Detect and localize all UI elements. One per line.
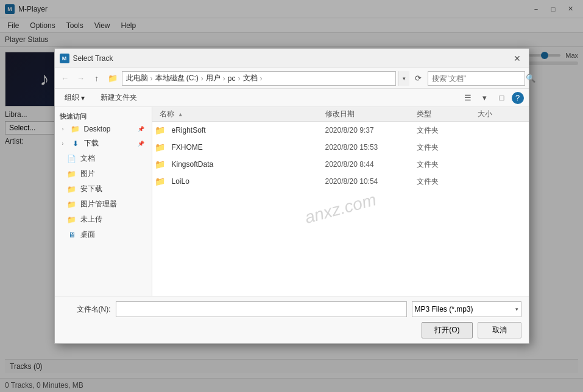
path-dropdown-button[interactable]: ▾ <box>398 71 409 86</box>
file-item-2[interactable]: 📁 KingsoftData 2020/8/20 8:44 文件夹 <box>152 156 529 173</box>
toolbar-right: ☰ ▾ □ ? <box>461 91 524 105</box>
path-segment: 此电脑 › 本地磁盘 (C:) › 用户 › pc › 文档 › <box>126 73 264 83</box>
notup-icon: 📁 <box>67 215 77 224</box>
filename-label: 文件名(N): <box>62 304 111 315</box>
search-button[interactable]: 🔍 <box>526 74 535 83</box>
filename-row: 文件名(N): MP3 Files (*.mp3) ▾ <box>62 301 521 317</box>
file-type-1: 文件夹 <box>417 142 478 153</box>
sidebar-section-label: 快速访问 <box>60 112 87 121</box>
col-date-header[interactable]: 修改日期 <box>325 109 417 119</box>
view-preview-button[interactable]: □ <box>495 91 509 105</box>
sidebar-item-images[interactable]: 📁 图片 <box>55 166 152 181</box>
images-icon: 📁 <box>67 170 77 178</box>
folder-icon-2: 📁 <box>155 159 167 169</box>
file-name-3: LoiLo <box>167 177 325 186</box>
open-button[interactable]: 打开(O) <box>422 322 472 338</box>
sidebar-item-desktop2[interactable]: 🖥 桌面 <box>55 227 152 242</box>
sidebar-item-desktop[interactable]: › 📁 Desktop 📌 <box>55 122 152 136</box>
col-name-header[interactable]: 名称 ▲ <box>155 109 325 119</box>
col-name-label: 名称 <box>160 110 174 118</box>
sidebar-label-desktop2: 桌面 <box>80 229 95 240</box>
file-list-header: 名称 ▲ 修改日期 类型 大小 <box>152 107 529 122</box>
sidebar-item-andown[interactable]: 📁 安下载 <box>55 181 152 197</box>
new-folder-button[interactable]: 新建文件夹 <box>94 91 143 104</box>
file-date-3: 2020/8/20 10:54 <box>325 177 417 186</box>
main-window: M M-Player − □ ✕ File Options Tools View… <box>0 0 583 392</box>
sidebar-item-docs[interactable]: 📄 文档 <box>55 151 152 166</box>
dialog-title: Select Track <box>73 54 113 63</box>
folder-icon-3: 📁 <box>155 177 167 186</box>
nav-folder-button[interactable]: 📁 <box>106 72 119 85</box>
desktop-pin-icon: 📌 <box>138 126 144 132</box>
dialog-sidebar: 快速访问 › 📁 Desktop 📌 › ⬇ 下载 📌 <box>55 107 152 296</box>
file-dialog: M Select Track ✕ ← → ↑ 📁 此电脑 › 本地磁盘 (C:)… <box>54 48 529 344</box>
organize-button[interactable]: 组织 ▾ <box>60 91 90 104</box>
sidebar-label-picmgr: 图片管理器 <box>80 199 117 209</box>
refresh-button[interactable]: ⟳ <box>412 72 425 85</box>
path-pc[interactable]: 此电脑 <box>126 73 148 83</box>
folder-icon-1: 📁 <box>155 142 167 152</box>
desktop-icon: 📁 <box>71 125 80 133</box>
dialog-bottom: 文件名(N): MP3 Files (*.mp3) ▾ 打开(O) 取消 <box>55 296 529 343</box>
dialog-close-button[interactable]: ✕ <box>511 52 524 65</box>
toolbar-left: 组织 ▾ 新建文件夹 <box>60 91 143 104</box>
file-date-0: 2020/8/20 9:37 <box>325 126 417 135</box>
docs-icon: 📄 <box>67 155 77 163</box>
file-name-0: eRightSoft <box>167 126 325 135</box>
sidebar-label-desktop: Desktop <box>84 125 111 133</box>
path-docs[interactable]: 文档 <box>243 73 258 83</box>
sidebar-quick-access-header: 快速访问 <box>55 110 152 122</box>
file-name-1: FXHOME <box>167 143 325 152</box>
path-username[interactable]: pc <box>228 74 236 83</box>
file-type-3: 文件夹 <box>417 177 478 187</box>
filetype-select[interactable]: MP3 Files (*.mp3) ▾ <box>412 301 521 317</box>
file-item-0[interactable]: 📁 eRightSoft 2020/8/20 9:37 文件夹 <box>152 122 529 139</box>
nav-back-button[interactable]: ← <box>58 72 72 85</box>
file-type-2: 文件夹 <box>417 159 478 170</box>
organize-label: 组织 <box>65 93 79 103</box>
sidebar-item-picmgr[interactable]: 📁 图片管理器 <box>55 197 152 212</box>
folder-icon-0: 📁 <box>155 125 167 135</box>
file-item-3[interactable]: 📁 LoiLo 2020/8/20 10:54 文件夹 <box>152 173 529 190</box>
file-type-0: 文件夹 <box>417 125 478 136</box>
file-date-2: 2020/8/20 8:44 <box>325 160 417 169</box>
sidebar-item-download[interactable]: › ⬇ 下载 📌 <box>55 136 152 151</box>
dialog-address-bar: ← → ↑ 📁 此电脑 › 本地磁盘 (C:) › 用户 › pc › 文档 <box>55 68 529 89</box>
sidebar-item-notup[interactable]: 📁 未上传 <box>55 212 152 227</box>
col-type-header[interactable]: 类型 <box>417 109 478 119</box>
path-drive[interactable]: 本地磁盘 (C:) <box>155 73 199 83</box>
view-dropdown-button[interactable]: ▾ <box>478 91 492 105</box>
address-path[interactable]: 此电脑 › 本地磁盘 (C:) › 用户 › pc › 文档 › <box>122 71 396 86</box>
file-list: anxz.com 📁 eRightSoft 2020/8/20 9:37 文件夹… <box>152 122 529 296</box>
dialog-title-bar: M Select Track ✕ <box>55 49 529 68</box>
sidebar-label-download: 下载 <box>84 138 99 149</box>
file-item-1[interactable]: 📁 FXHOME 2020/8/20 15:53 文件夹 <box>152 139 529 156</box>
filetype-arrow: ▾ <box>515 306 518 312</box>
sidebar-label-notup: 未上传 <box>80 214 102 225</box>
organize-arrow: ▾ <box>81 94 85 102</box>
sidebar-label-docs: 文档 <box>80 153 95 164</box>
col-size-header[interactable]: 大小 <box>478 109 526 119</box>
download-icon: ⬇ <box>71 139 80 148</box>
file-name-2: KingsoftData <box>167 160 325 169</box>
view-details-button[interactable]: ☰ <box>461 91 475 105</box>
search-input[interactable] <box>432 74 523 83</box>
andown-icon: 📁 <box>67 185 77 194</box>
filetype-label: MP3 Files (*.mp3) <box>415 305 473 313</box>
dialog-actions: 打开(O) 取消 <box>62 322 521 338</box>
dialog-body: 快速访问 › 📁 Desktop 📌 › ⬇ 下载 📌 <box>55 107 529 296</box>
nav-forward-button[interactable]: → <box>74 72 88 85</box>
watermark: anxz.com <box>302 190 378 228</box>
path-users[interactable]: 用户 <box>206 73 221 83</box>
dialog-app-icon: M <box>60 54 69 63</box>
dialog-toolbar: 组织 ▾ 新建文件夹 ☰ ▾ □ ? <box>55 89 529 107</box>
nav-up-button[interactable]: ↑ <box>90 72 104 85</box>
desktop2-icon: 🖥 <box>67 231 77 239</box>
cancel-button[interactable]: 取消 <box>478 322 521 338</box>
dialog-title-left: M Select Track <box>60 54 113 63</box>
filename-input[interactable] <box>116 301 407 317</box>
picmgr-icon: 📁 <box>67 200 77 209</box>
view-help-button[interactable]: ? <box>512 92 524 104</box>
file-date-1: 2020/8/20 15:53 <box>325 143 417 152</box>
download-pin-icon: 📌 <box>138 141 144 147</box>
